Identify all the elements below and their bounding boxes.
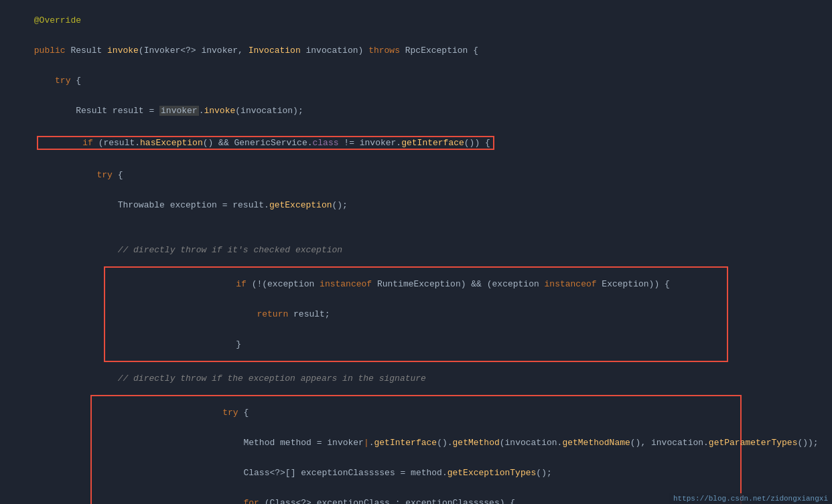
code-line: try { — [0, 160, 832, 190]
code-line: for (Class<?> exceptionClass : exception… — [94, 488, 738, 504]
code-line-comment: // directly throw if the exception appea… — [0, 363, 832, 394]
code-editor: @Override public Result invoke(Invoker<?… — [0, 0, 832, 504]
code-line: } — [108, 329, 724, 359]
code-line-comment: // directly throw if it's checked except… — [0, 235, 832, 265]
highlight-box-1: if (result.hasException() && GenericServ… — [37, 136, 494, 150]
code-line: try { — [0, 66, 832, 96]
code-line: return result; — [108, 299, 724, 329]
highlight-box-2: if (!(exception instanceof RuntimeExcept… — [104, 266, 728, 362]
code-line: Result result = invoker.invoke(invocatio… — [0, 96, 832, 126]
code-line: Class<?>[] exceptionClasssses = method.g… — [94, 458, 738, 488]
annotation-text: @Override — [34, 15, 81, 25]
code-line-highlighted: if (result.hasException() && GenericServ… — [0, 126, 832, 160]
code-line: if (!(exception instanceof RuntimeExcept… — [108, 269, 724, 299]
code-line — [0, 220, 832, 235]
code-line: try { — [94, 398, 738, 428]
code-line: Throwable exception = result.getExceptio… — [0, 190, 832, 220]
code-line: @Override — [0, 5, 832, 35]
code-line: public Result invoke(Invoker<?> invoker,… — [0, 35, 832, 66]
url-bar: https://blog.csdn.net/zidongxiangxi — [669, 493, 832, 504]
url-text: https://blog.csdn.net/zidongxiangxi — [673, 495, 828, 503]
code-line: Method method = invoker|.getInterface().… — [94, 428, 738, 458]
highlight-box-3: try { Method method = invoker|.getInterf… — [90, 395, 742, 504]
